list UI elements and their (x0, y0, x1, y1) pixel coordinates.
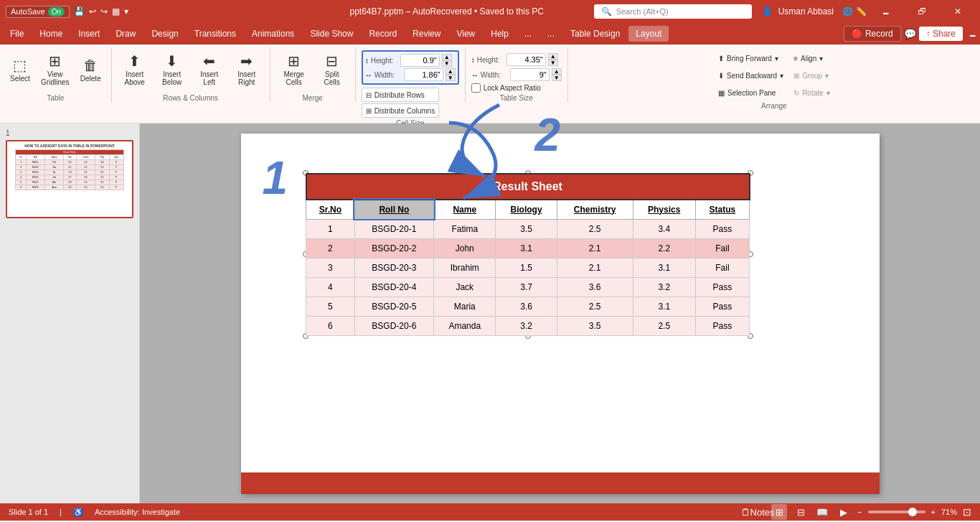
menu-insert[interactable]: Insert (71, 26, 107, 42)
menu-review[interactable]: Review (405, 26, 448, 42)
table-row[interactable]: 6 BSGD-20-6 Amanda 3.2 3.5 2.5 Pass (306, 316, 750, 335)
rotate-button[interactable]: ↻ Rotate ▾ (790, 85, 833, 101)
send-backward-arrow[interactable]: ▾ (780, 72, 783, 80)
cell-height-input[interactable] (400, 54, 440, 67)
table-row[interactable]: 1 BSGD-20-1 Fatima 3.5 2.5 3.4 Pass (306, 219, 750, 238)
view-gridlines-button[interactable]: ⊞ View Gridlines (37, 49, 73, 92)
table-row[interactable]: 4 BSGD-20-4 Jack 3.7 3.6 3.2 Pass (306, 277, 750, 297)
autosave-state[interactable]: On (48, 7, 65, 17)
customize-icon[interactable]: ▾ (124, 6, 128, 17)
bring-forward-arrow[interactable]: ▾ (775, 55, 778, 62)
bring-forward-button[interactable]: ⬆ Bring Forward ▾ (715, 50, 787, 66)
result-table[interactable]: Result Sheet Sr.No Roll No Name Biology … (306, 173, 750, 336)
zoom-in-button[interactable]: + (931, 508, 936, 516)
table-height-label: Height: (477, 56, 504, 64)
cell-width-input[interactable] (404, 68, 443, 81)
zoom-thumb[interactable] (908, 508, 917, 516)
slide-canvas[interactable]: 1 2 (241, 134, 880, 494)
delete-button[interactable]: 🗑 Delete (76, 49, 105, 92)
table-row[interactable]: 3 BSGD-20-3 Ibrahim 1.5 2.1 3.1 Fail (306, 258, 750, 277)
record-button[interactable]: 🔴 Record (844, 26, 901, 42)
globe-icon[interactable]: 🌐 (842, 6, 853, 17)
search-bar[interactable]: 🔍 Search (Alt+Q) (594, 4, 752, 19)
align-button[interactable]: ≡ Align ▾ (790, 50, 833, 66)
menu-design[interactable]: Design (144, 26, 185, 42)
menu-record[interactable]: Record (362, 26, 404, 42)
menu-home[interactable]: Home (32, 26, 70, 42)
table-height-down[interactable]: ▼ (548, 60, 558, 66)
undo-icon[interactable]: ↩ (89, 6, 96, 17)
share-button[interactable]: ↑ Share (919, 27, 963, 41)
menu-more2[interactable]: ... (540, 26, 562, 42)
menu-slideshow[interactable]: Slide Show (303, 26, 360, 42)
send-backward-button[interactable]: ⬇ Send Backward ▾ (715, 67, 787, 83)
save-icon[interactable]: 💾 (74, 6, 85, 17)
user-avatar[interactable]: 👤 (762, 6, 773, 17)
menu-table-design[interactable]: Table Design (563, 26, 627, 42)
normal-view-button[interactable]: ⊞ (771, 504, 787, 520)
split-cells-button[interactable]: ⊟ Split Cells (315, 49, 349, 92)
lock-aspect-checkbox[interactable]: Lock Aspect Ratio (471, 83, 541, 93)
group-button[interactable]: ⊞ Group ▾ (790, 67, 833, 83)
arrange-col1: ⬆ Bring Forward ▾ ⬇ Send Backward ▾ ▦ Se… (715, 50, 787, 101)
zoom-slider[interactable] (868, 511, 925, 513)
distribute-cols-button[interactable]: ⊞ Distribute Columns (362, 103, 439, 118)
autosave-badge[interactable]: AutoSave On (6, 6, 70, 18)
table-width-up[interactable]: ▲ (552, 68, 562, 75)
split-icon: ⊟ (326, 54, 338, 68)
redo-icon[interactable]: ↪ (100, 6, 108, 17)
table-width-input[interactable] (510, 68, 550, 81)
insert-below-button[interactable]: ⬇ Insert Below (155, 49, 189, 92)
ribbon-collapse-icon[interactable]: 🗕 (969, 29, 977, 39)
cell-width-up[interactable]: ▲ (446, 68, 456, 75)
selection-pane-button[interactable]: ▦ Selection Pane (715, 85, 787, 101)
restore-button[interactable]: 🗗 (905, 0, 938, 23)
cell-height-down[interactable]: ▼ (442, 60, 452, 67)
insert-above-button[interactable]: ⬆ Insert Above (118, 49, 152, 92)
table-height-input[interactable] (507, 53, 546, 66)
insert-right-button[interactable]: ➡ Insert Right (230, 49, 264, 92)
cell-height-up[interactable]: ▲ (442, 54, 452, 60)
cell-physics-6: 2.5 (633, 316, 695, 335)
menu-help[interactable]: Help (484, 26, 516, 42)
rotate-arrow[interactable]: ▾ (826, 89, 830, 97)
menu-transitions[interactable]: Transitions (187, 26, 243, 42)
menu-animations[interactable]: Animations (245, 26, 301, 42)
notes-button[interactable]: 🗒 Notes (750, 504, 765, 520)
bring-forward-icon: ⬆ (718, 55, 724, 62)
cell-width-down[interactable]: ▼ (446, 75, 456, 81)
minimize-button[interactable]: 🗕 (870, 0, 903, 23)
merge-cells-button[interactable]: ⊞ Merge Cells (276, 49, 312, 92)
cell-rollno-5: BSGD-20-5 (354, 297, 434, 316)
menu-view[interactable]: View (449, 26, 482, 42)
slide-sorter-button[interactable]: ⊟ (793, 504, 809, 520)
fit-slide-button[interactable]: ⊡ (963, 506, 971, 518)
table-height-up[interactable]: ▲ (548, 53, 558, 60)
group-arrow[interactable]: ▾ (825, 72, 829, 80)
header-rollno[interactable]: Roll No (354, 200, 434, 220)
pen-icon[interactable]: ✏️ (856, 6, 867, 17)
zoom-out-button[interactable]: − (857, 508, 862, 516)
table-wrapper[interactable]: Result Sheet Sr.No Roll No Name Biology … (306, 173, 750, 336)
align-arrow[interactable]: ▾ (819, 55, 823, 62)
accessibility-label[interactable]: Accessibility: Investigate (95, 508, 180, 516)
present-icon[interactable]: ▦ (112, 6, 120, 17)
slideshow-view-button[interactable]: ▶ (836, 504, 852, 520)
insert-left-button[interactable]: ⬅ Insert Left (192, 49, 227, 92)
menu-file[interactable]: File (3, 26, 31, 42)
zoom-level[interactable]: 71% (941, 508, 957, 516)
comments-icon[interactable]: 💬 (904, 28, 916, 39)
distribute-rows-button[interactable]: ⊟ Distribute Rows (362, 88, 439, 102)
menu-more1[interactable]: ... (517, 26, 539, 42)
reading-view-button[interactable]: 📖 (814, 504, 830, 520)
table-row[interactable]: 5 BSGD-20-5 Maria 3.6 2.5 3.1 Pass (306, 297, 750, 316)
select-button[interactable]: ⬚ Select (6, 49, 34, 92)
slide-thumbnail[interactable]: HOW TO ADD/EDIT DATA IN TABLE IN POWERPO… (6, 140, 133, 218)
table-width-down[interactable]: ▼ (552, 75, 562, 81)
menu-draw[interactable]: Draw (108, 26, 143, 42)
lock-aspect-input[interactable] (471, 83, 481, 93)
table-row[interactable]: 2 BSGD-20-2 John 3.1 2.1 2.2 Fail (306, 238, 750, 258)
cell-name-3: Ibrahim (434, 258, 496, 277)
close-button[interactable]: ✕ (941, 0, 974, 23)
menu-layout[interactable]: Layout (628, 26, 669, 42)
